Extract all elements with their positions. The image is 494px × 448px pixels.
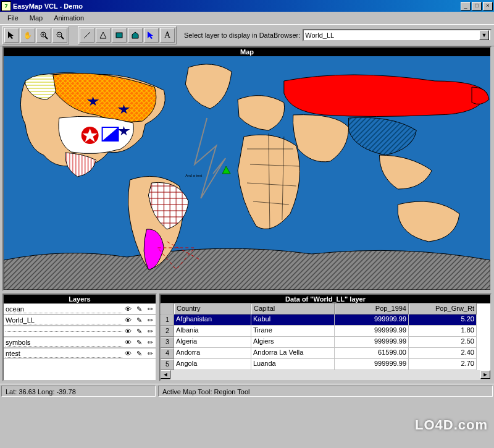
eye-icon[interactable]: 👁 — [122, 316, 133, 324]
eye-icon[interactable]: 👁 — [122, 305, 133, 313]
pen-icon[interactable]: ✎ — [133, 328, 144, 336]
pointer-tool[interactable] — [4, 28, 19, 43]
data-panel: Data of "World_LL" layer Country Capital… — [159, 294, 492, 381]
rect-fill-tool[interactable] — [112, 28, 127, 43]
pen-icon[interactable]: ✎ — [133, 350, 144, 358]
grid-row[interactable]: 1 Afghanistan Kabul 999999.99 5.20 — [161, 315, 490, 326]
app-icon: 7 — [1, 1, 11, 11]
horizontal-scrollbar[interactable]: ◄ ► — [161, 370, 490, 380]
grid-row[interactable]: 5 Angola Luanda 999999.99 2.70 — [161, 359, 490, 370]
svg-marker-12 — [148, 32, 153, 39]
pen-icon[interactable]: ✎ — [133, 339, 144, 347]
data-grid[interactable]: Country Capital Pop_1994 Pop_Grw_Rt 1 Af… — [161, 303, 490, 370]
layer-row[interactable]: symbols 👁 ✎ ✏ — [4, 337, 156, 348]
pen-icon[interactable]: ✎ — [133, 316, 144, 324]
scroll-right-icon[interactable]: ► — [480, 370, 490, 379]
text-tool[interactable]: A — [160, 28, 175, 43]
col-capital[interactable]: Capital — [251, 303, 335, 315]
maximize-button[interactable]: □ — [472, 2, 482, 11]
zoom-out-tool[interactable] — [52, 28, 67, 43]
svg-rect-10 — [116, 33, 122, 38]
edit-icon[interactable]: ✏ — [144, 305, 156, 313]
grid-row[interactable]: 4 Andorra Andorra La Vella 61599.00 2.40 — [161, 348, 490, 359]
edit-icon[interactable]: ✏ — [144, 316, 156, 324]
menu-map[interactable]: Map — [25, 13, 48, 23]
zoom-in-tool[interactable] — [36, 28, 51, 43]
map-panel: Map — [0, 46, 494, 291]
grid-row[interactable]: 2 Albania Tirane 999999.99 1.80 — [161, 326, 490, 337]
svg-line-6 — [61, 36, 64, 39]
svg-marker-0 — [8, 32, 14, 39]
bottom-split: Layers ocean 👁 ✎ ✏ World_LL 👁 ✎ ✏ 👁 ✎ ✏ — [0, 291, 494, 384]
window-title: EasyMap VCL - Demo — [13, 2, 459, 10]
status-coords: Lat: 36.63 Long: -39.78 — [1, 386, 156, 397]
pen-icon[interactable]: ✎ — [133, 305, 144, 313]
polygon-tool[interactable] — [96, 28, 111, 43]
svg-line-8 — [84, 32, 90, 38]
status-bar: Lat: 36.63 Long: -39.78 Active Map Tool:… — [0, 384, 494, 397]
toolbar-group-draw: A — [78, 26, 177, 44]
map-title: Map — [4, 48, 490, 56]
layer-combo-value: World_LL — [305, 32, 479, 39]
menu-animation[interactable]: Animation — [49, 13, 89, 23]
status-tool: Active Map Tool: Region Tool — [158, 386, 493, 397]
svg-marker-9 — [100, 32, 106, 38]
svg-line-2 — [45, 36, 48, 39]
chevron-down-icon[interactable]: ▼ — [479, 30, 489, 40]
col-country[interactable]: Country — [174, 303, 251, 315]
eye-icon[interactable]: 👁 — [122, 328, 133, 335]
svg-marker-11 — [132, 32, 138, 38]
toolbar-group-nav: ✋ — [2, 26, 69, 44]
layers-list: ocean 👁 ✎ ✏ World_LL 👁 ✎ ✏ 👁 ✎ ✏ symbols… — [4, 303, 156, 380]
layer-selector: Select layer to display in DataBrowser: … — [179, 29, 492, 41]
edit-icon[interactable]: ✏ — [144, 350, 156, 358]
col-pop[interactable]: Pop_1994 — [335, 303, 409, 315]
toolbar: ✋ A Select layer to display in DataBrows… — [0, 24, 494, 46]
title-bar: 7 EasyMap VCL - Demo _ □ × — [0, 0, 494, 12]
layer-selector-label: Select layer to display in DataBrowser: — [184, 32, 300, 39]
pointer-blue-tool[interactable] — [144, 28, 159, 43]
edit-icon[interactable]: ✏ — [144, 339, 156, 347]
svg-text:And a text: And a text — [185, 174, 202, 177]
grid-header: Country Capital Pop_1994 Pop_Grw_Rt — [161, 303, 490, 315]
map-canvas[interactable]: And a text — [4, 56, 490, 290]
layer-row[interactable]: ocean 👁 ✎ ✏ — [4, 303, 156, 315]
data-title: Data of "World_LL" layer — [161, 295, 490, 303]
col-grw[interactable]: Pop_Grw_Rt — [409, 303, 477, 315]
menu-file[interactable]: File — [2, 13, 23, 23]
eye-icon[interactable]: 👁 — [122, 350, 133, 357]
edit-icon[interactable]: ✏ — [144, 328, 156, 336]
grid-row[interactable]: 3 Algeria Algiers 999999.99 2.50 — [161, 337, 490, 348]
layers-panel: Layers ocean 👁 ✎ ✏ World_LL 👁 ✎ ✏ 👁 ✎ ✏ — [2, 294, 157, 381]
pan-tool[interactable]: ✋ — [20, 28, 35, 43]
menu-bar: File Map Animation — [0, 12, 494, 24]
eye-icon[interactable]: 👁 — [122, 339, 133, 346]
close-button[interactable]: × — [483, 2, 493, 11]
watermark: LO4D.com — [415, 417, 488, 433]
layer-row[interactable]: 👁 ✎ ✏ — [4, 326, 156, 337]
scroll-left-icon[interactable]: ◄ — [161, 370, 170, 379]
layers-title: Layers — [4, 295, 156, 303]
home-shape-tool[interactable] — [128, 28, 143, 43]
layer-combo[interactable]: World_LL ▼ — [303, 29, 492, 41]
layer-row[interactable]: World_LL 👁 ✎ ✏ — [4, 315, 156, 326]
layer-row[interactable]: ntest 👁 ✎ ✏ — [4, 348, 156, 359]
line-tool[interactable] — [80, 28, 94, 43]
minimize-button[interactable]: _ — [461, 2, 471, 11]
